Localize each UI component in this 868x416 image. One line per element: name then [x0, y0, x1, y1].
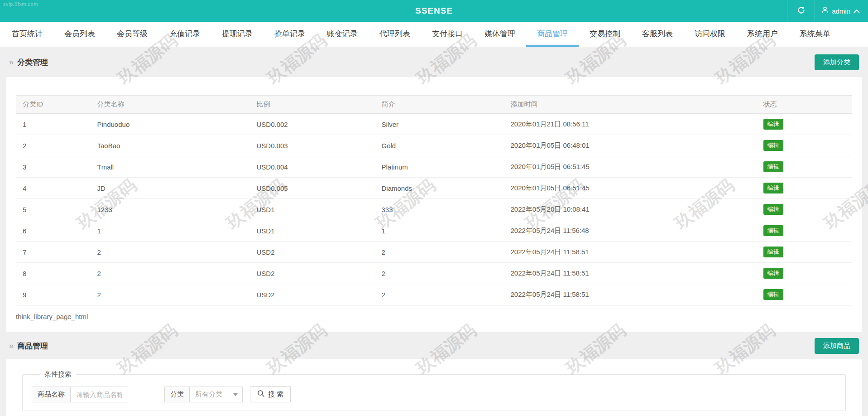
- table-row: 3TmallUSD0.004Platinum2020年01月05日 06:51:…: [16, 156, 852, 178]
- table-cell: 2020年01月05日 06:51:45: [504, 178, 757, 199]
- table-cell: USD0.004: [250, 156, 375, 178]
- edit-button[interactable]: 编辑: [763, 140, 783, 151]
- nav-item-3[interactable]: 充值记录: [158, 22, 211, 47]
- table-cell: 4: [16, 178, 91, 199]
- edit-button[interactable]: 编辑: [763, 204, 783, 215]
- table-row: 92USD222022年05月24日 11:58:51编辑: [16, 284, 852, 305]
- product-card: 条件搜索 商品名称 分类 所有分类: [6, 359, 862, 416]
- user-name: admin: [832, 7, 850, 15]
- table-cell: 2: [375, 242, 504, 263]
- table-cell: USD2: [250, 263, 375, 284]
- table-cell: 2020年01月05日 06:48:01: [504, 135, 757, 156]
- table-row: 82USD222022年05月24日 11:58:51编辑: [16, 263, 852, 284]
- debug-note: think_library_page_html: [16, 313, 852, 320]
- edit-button[interactable]: 编辑: [763, 247, 783, 257]
- nav-item-9[interactable]: 媒体管理: [474, 22, 526, 47]
- add-product-button[interactable]: 添加商品: [815, 338, 859, 354]
- refresh-button[interactable]: [787, 0, 815, 22]
- table-cell: Tmall: [91, 156, 250, 178]
- category-select[interactable]: 所有分类: [189, 387, 243, 402]
- table-cell: 2: [16, 135, 91, 156]
- table-cell: USD1: [250, 220, 375, 242]
- nav-item-6[interactable]: 账变记录: [316, 22, 369, 47]
- product-name-input[interactable]: [70, 387, 128, 402]
- breadcrumb: » 商品管理: [9, 341, 48, 351]
- table-cell: 2: [91, 263, 250, 284]
- page: svip.0fxm.com SSENSE admin: [0, 0, 868, 416]
- table-cell: 6: [16, 220, 91, 242]
- column-header: 比例: [250, 96, 375, 114]
- category-section-bar: » 分类管理 添加分类: [0, 47, 868, 77]
- category-table-body: 1PinduoduoUSD0.002Silver2020年01月21日 08:5…: [16, 114, 852, 305]
- edit-button[interactable]: 编辑: [763, 119, 783, 130]
- table-cell: 1: [91, 220, 250, 242]
- search-icon: [257, 390, 265, 399]
- category-table-head-row: 分类ID分类名称比例简介添加时间状态: [16, 96, 852, 114]
- breadcrumb-title: 商品管理: [17, 341, 48, 351]
- category-table: 分类ID分类名称比例简介添加时间状态 1PinduoduoUSD0.002Sil…: [16, 95, 852, 305]
- nav-item-5[interactable]: 抢单记录: [264, 22, 316, 47]
- table-cell: 2: [375, 263, 504, 284]
- nav-item-12[interactable]: 客服列表: [631, 22, 684, 47]
- product-name-group: 商品名称: [32, 387, 128, 402]
- table-cell: Diamonds: [375, 178, 504, 199]
- edit-button[interactable]: 编辑: [763, 289, 783, 300]
- breadcrumb-title: 分类管理: [17, 57, 48, 68]
- table-row: 2TaoBaoUSD0.003Gold2020年01月05日 06:48:01编…: [16, 135, 852, 156]
- add-category-button[interactable]: 添加分类: [815, 54, 859, 70]
- table-cell: 2: [91, 284, 250, 305]
- category-filter-label: 分类: [164, 387, 190, 402]
- search-button[interactable]: 搜 索: [250, 386, 291, 402]
- status-cell: 编辑: [757, 135, 852, 156]
- status-cell: 编辑: [757, 242, 852, 263]
- table-cell: 7: [16, 242, 91, 263]
- table-cell: 2022年05月24日 11:56:48: [504, 220, 757, 242]
- column-header: 简介: [375, 96, 504, 114]
- nav-item-4[interactable]: 提现记录: [211, 22, 264, 47]
- search-fieldset: 条件搜索 商品名称 分类 所有分类: [22, 370, 846, 411]
- status-cell: 编辑: [757, 156, 852, 178]
- search-legend: 条件搜索: [40, 370, 76, 379]
- breadcrumb: » 分类管理: [9, 57, 48, 68]
- status-cell: 编辑: [757, 284, 852, 305]
- column-header: 状态: [757, 96, 852, 114]
- table-cell: Gold: [375, 135, 504, 156]
- edit-button[interactable]: 编辑: [763, 268, 783, 279]
- breadcrumb-chevrons-icon: »: [9, 342, 14, 350]
- edit-button[interactable]: 编辑: [763, 225, 783, 236]
- nav-item-7[interactable]: 代理列表: [369, 22, 421, 47]
- edit-button[interactable]: 编辑: [763, 161, 783, 172]
- breadcrumb-chevrons-icon: »: [9, 58, 14, 66]
- user-menu[interactable]: admin: [815, 0, 868, 22]
- main-nav: 首页统计会员列表会员等级充值记录提现记录抢单记录账变记录代理列表支付接口媒体管理…: [0, 22, 868, 47]
- table-cell: 2022年05月24日 11:58:51: [504, 242, 757, 263]
- table-row: 51233USD13332022年05月20日 10:08:41编辑: [16, 199, 852, 220]
- table-cell: 8: [16, 263, 91, 284]
- nav-item-2[interactable]: 会员等级: [106, 22, 158, 47]
- table-row: 4JDUSD0.005Diamonds2020年01月05日 06:51:45编…: [16, 178, 852, 199]
- table-row: 1PinduoduoUSD0.002Silver2020年01月21日 08:5…: [16, 114, 852, 135]
- nav-item-15[interactable]: 系统菜单: [789, 22, 841, 47]
- table-cell: 2020年01月21日 08:56:11: [504, 114, 757, 135]
- category-filter-group: 分类 所有分类: [164, 387, 243, 402]
- table-cell: 5: [16, 199, 91, 220]
- table-cell: 3: [16, 156, 91, 178]
- category-card: 分类ID分类名称比例简介添加时间状态 1PinduoduoUSD0.002Sil…: [6, 77, 862, 332]
- table-cell: 2: [375, 284, 504, 305]
- column-header: 添加时间: [504, 96, 757, 114]
- table-cell: 9: [16, 284, 91, 305]
- nav-item-1[interactable]: 会员列表: [53, 22, 106, 47]
- nav-item-0[interactable]: 首页统计: [1, 22, 53, 47]
- table-cell: Silver: [375, 114, 504, 135]
- table-cell: 2022年05月20日 10:08:41: [504, 199, 757, 220]
- nav-item-11[interactable]: 交易控制: [579, 22, 631, 47]
- table-cell: 2022年05月24日 11:58:51: [504, 263, 757, 284]
- chevron-up-icon: [854, 7, 860, 15]
- table-cell: USD2: [250, 242, 375, 263]
- nav-item-10[interactable]: 商品管理: [526, 22, 579, 47]
- nav-item-14[interactable]: 系统用户: [736, 22, 789, 47]
- status-cell: 编辑: [757, 114, 852, 135]
- edit-button[interactable]: 编辑: [763, 183, 783, 193]
- nav-item-13[interactable]: 访问权限: [684, 22, 736, 47]
- nav-item-8[interactable]: 支付接口: [421, 22, 474, 47]
